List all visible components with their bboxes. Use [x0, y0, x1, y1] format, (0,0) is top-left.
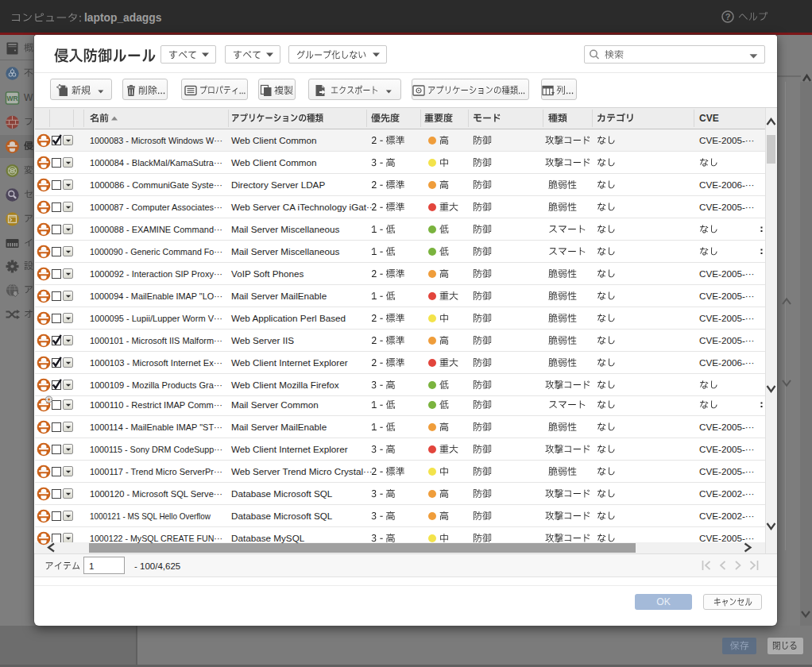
svg-text:CVE-2005-···: CVE-2005-···	[699, 291, 755, 301]
svg-text:1000120 - Microsoft SQL Serve·: 1000120 - Microsoft SQL Serve···	[90, 489, 222, 499]
svg-text:1000094 - MailEnable IMAP "LO·: 1000094 - MailEnable IMAP "LO···	[90, 291, 222, 301]
svg-text:CVE-2002-···: CVE-2002-···	[699, 511, 755, 521]
svg-text:VoIP Soft Phones: VoIP Soft Phones	[231, 268, 304, 279]
svg-text:Mail Server Miscellaneous: Mail Server Miscellaneous	[231, 246, 340, 256]
svg-text:1000109 - Mozilla Products Gra: 1000109 - Mozilla Products Gra···	[90, 380, 222, 390]
svg-text:Database Microsoft SQL: Database Microsoft SQL	[231, 488, 333, 499]
svg-text:CVE-2005-···: CVE-2005-···	[699, 335, 755, 345]
svg-text:Web Client Internet Explorer: Web Client Internet Explorer	[231, 444, 348, 454]
svg-text:Web Server Trend Micro Crystal: Web Server Trend Micro Crystal···	[231, 466, 373, 476]
svg-text:1000084 - BlackMal/KamaSutra··: 1000084 - BlackMal/KamaSutra···	[90, 158, 222, 168]
svg-text:CVE-2006-···: CVE-2006-···	[699, 357, 755, 368]
svg-text:Web Client Mozilla Firefox: Web Client Mozilla Firefox	[231, 380, 339, 390]
svg-text:CVE-2005-···: CVE-2005-···	[699, 135, 755, 145]
svg-text:Web Client Common: Web Client Common	[231, 157, 317, 168]
svg-text:CVE-2006-···: CVE-2006-···	[699, 179, 755, 190]
svg-text:1000092 - Interaction SIP Prox: 1000092 - Interaction SIP Proxy···	[90, 269, 222, 279]
svg-text:1000110 - Restrict IMAP Comm··: 1000110 - Restrict IMAP Comm···	[90, 400, 222, 410]
svg-text:1000115 - Sony DRM CodeSupp···: 1000115 - Sony DRM CodeSupp···	[90, 445, 222, 454]
svg-text:Database Microsoft SQL: Database Microsoft SQL	[231, 511, 333, 521]
svg-text:1000101 - Microsoft IIS Malfor: 1000101 - Microsoft IIS Malform···	[90, 336, 222, 345]
svg-text:CVE-2005-···: CVE-2005-···	[699, 444, 755, 454]
svg-text:Directory Server LDAP: Directory Server LDAP	[231, 179, 325, 190]
svg-text:Mail Server MailEnable: Mail Server MailEnable	[231, 291, 327, 301]
svg-text:1: 1	[89, 561, 94, 571]
svg-text:1000114 - MailEnable IMAP "ST·: 1000114 - MailEnable IMAP "ST···	[90, 422, 222, 432]
svg-text:1000117 - Trend Micro ServerPr: 1000117 - Trend Micro ServerPr···	[90, 467, 222, 476]
svg-text:laptop_adaggs: laptop_adaggs	[84, 12, 162, 24]
svg-text:1000103 - Microsoft Internet E: 1000103 - Microsoft Internet Ex···	[90, 358, 222, 368]
svg-text:Mail Server MailEnable: Mail Server MailEnable	[231, 422, 327, 432]
svg-text:W: W	[24, 92, 33, 103]
svg-text:CVE-2005-···: CVE-2005-···	[699, 202, 755, 212]
svg-text:1000086 - CommuniGate Syste···: 1000086 - CommuniGate Syste···	[90, 180, 222, 190]
svg-text:Web Client Internet Explorer: Web Client Internet Explorer	[231, 357, 348, 368]
svg-text:1000121 - MS SQL Hello Overflo: 1000121 - MS SQL Hello Overflow	[90, 511, 211, 521]
svg-text:CVE: CVE	[699, 113, 719, 124]
svg-text:Web Server CA iTechnology iGat: Web Server CA iTechnology iGat···	[231, 202, 376, 212]
svg-text:Web Client Common: Web Client Common	[231, 135, 317, 145]
svg-text:- 100/4,625: - 100/4,625	[134, 561, 180, 571]
svg-text:1000090 - Generic Command Fo··: 1000090 - Generic Command Fo···	[90, 247, 222, 256]
svg-text:CVE-2005-···: CVE-2005-···	[699, 313, 755, 323]
svg-text:1000083 - Microsoft Windows W·: 1000083 - Microsoft Windows W···	[90, 136, 222, 145]
svg-text:CVE-2005-···: CVE-2005-···	[699, 422, 755, 432]
svg-text:Web Server IIS: Web Server IIS	[231, 335, 294, 345]
svg-text:CVE-2005-···: CVE-2005-···	[699, 268, 755, 279]
svg-text:Database MySQL: Database MySQL	[231, 533, 305, 543]
svg-text:?: ?	[725, 12, 731, 21]
svg-text:CVE-2002-···: CVE-2002-···	[699, 488, 755, 499]
svg-text:Web Application Perl Based: Web Application Perl Based	[231, 313, 346, 323]
svg-text:1000088 - EXAMINE Command···: 1000088 - EXAMINE Command···	[90, 225, 222, 234]
svg-text:1000095 - Lupii/Lupper Worm V·: 1000095 - Lupii/Lupper Worm V···	[90, 314, 222, 323]
svg-text:CVE-2005-···: CVE-2005-···	[699, 533, 755, 543]
svg-text:OK: OK	[656, 596, 671, 607]
svg-text:Mail Server Common: Mail Server Common	[231, 399, 319, 410]
svg-text:1000122 - MySQL CREATE FUN···: 1000122 - MySQL CREATE FUN···	[90, 534, 222, 543]
svg-text:Mail Server Miscellaneous: Mail Server Miscellaneous	[231, 224, 340, 234]
svg-text:1000087 - Computer Associates·: 1000087 - Computer Associates···	[90, 202, 222, 212]
svg-text:CVE-2005-···: CVE-2005-···	[699, 466, 755, 476]
